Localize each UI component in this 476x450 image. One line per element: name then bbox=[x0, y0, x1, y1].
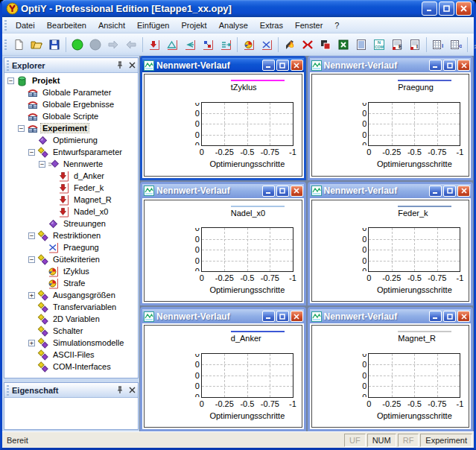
maximize-button[interactable] bbox=[443, 311, 456, 322]
collapse-expander[interactable]: − bbox=[28, 149, 35, 156]
tree-item-simulationsmodelle[interactable]: +Simulationsmodelle bbox=[4, 337, 138, 349]
maximize-button[interactable] bbox=[443, 186, 456, 197]
tree-item-magnet-r[interactable]: Magnet_R bbox=[4, 194, 138, 206]
insert-ausgangsgroesse-button[interactable] bbox=[217, 36, 235, 53]
insert-guetekriterium-button[interactable] bbox=[240, 36, 258, 53]
collapse-expander[interactable]: − bbox=[7, 77, 14, 84]
start-button[interactable] bbox=[69, 36, 86, 53]
close-button[interactable] bbox=[291, 60, 303, 71]
child-titlebar[interactable]: Nennwert-Verlauf bbox=[310, 309, 472, 323]
tree-item-nadel-x0[interactable]: Nadel_x0 bbox=[4, 206, 138, 218]
close-button[interactable] bbox=[457, 311, 470, 322]
close-button[interactable] bbox=[457, 60, 470, 71]
tree-item-praegung[interactable]: Praegung bbox=[4, 241, 138, 253]
menu-item-projekt[interactable]: Projekt bbox=[175, 19, 212, 32]
menu-item-ansicht[interactable]: Ansicht bbox=[92, 19, 131, 32]
e-document-button[interactable]: E bbox=[388, 36, 406, 53]
minimize-button[interactable] bbox=[429, 60, 442, 71]
child-titlebar[interactable]: Nennwert-Verlauf bbox=[310, 58, 472, 72]
maximize-button[interactable] bbox=[439, 1, 454, 16]
save-button[interactable] bbox=[45, 36, 63, 53]
insert-restriktion-button[interactable] bbox=[258, 36, 276, 53]
insert-2d-variable-button[interactable] bbox=[199, 36, 217, 53]
tree-item-streuungen[interactable]: Streuungen bbox=[4, 218, 138, 229]
expand-expander[interactable]: + bbox=[28, 292, 35, 299]
tree-item-com-interfaces[interactable]: COM-Interfaces bbox=[4, 361, 138, 373]
new-document-button[interactable] bbox=[10, 36, 28, 53]
child-titlebar[interactable]: Nennwert-Verlauf bbox=[310, 184, 472, 198]
tree-item-feder-k[interactable]: Feder_k bbox=[4, 182, 138, 194]
minimize-button[interactable] bbox=[422, 1, 437, 16]
insert-streuung-button[interactable] bbox=[163, 36, 181, 53]
i-document-button[interactable]: I bbox=[406, 36, 424, 53]
tree-label: tZyklus bbox=[62, 267, 91, 276]
menu-item-fenster[interactable]: Fenster bbox=[289, 19, 329, 32]
tree-item-ascii-files[interactable]: ASCII-Files bbox=[4, 349, 138, 361]
tree-item-globale-parameter[interactable]: Globale Parameter bbox=[4, 86, 138, 98]
open-folder-button[interactable] bbox=[28, 36, 45, 53]
eigenschaft-grip[interactable] bbox=[7, 385, 9, 396]
menu-item-extras[interactable]: Extras bbox=[254, 19, 289, 32]
maximize-button[interactable] bbox=[443, 60, 456, 71]
menu-item-analyse[interactable]: Analyse bbox=[213, 19, 254, 32]
table-input-button[interactable]: I bbox=[429, 36, 447, 53]
tree-item-strafe[interactable]: Strafe bbox=[4, 277, 138, 289]
collapse-expander[interactable]: − bbox=[28, 232, 35, 239]
titlebar[interactable]: OptiY - Professional Edition [Etappe1_xx… bbox=[2, 0, 474, 17]
menubar-grip[interactable] bbox=[4, 20, 7, 31]
tree-item-transfervariablen[interactable]: Transfervariablen bbox=[4, 301, 138, 313]
abort-red-x-button[interactable] bbox=[299, 36, 317, 53]
minimize-button[interactable] bbox=[429, 311, 442, 322]
copy-squares-button[interactable] bbox=[317, 36, 334, 53]
close-icon[interactable] bbox=[126, 384, 138, 396]
close-button[interactable] bbox=[291, 311, 303, 322]
tree-item-globale-ergebnisse[interactable]: Globale Ergebnisse bbox=[4, 98, 138, 110]
pin-icon[interactable] bbox=[114, 60, 126, 71]
close-icon[interactable] bbox=[126, 60, 138, 71]
minimize-button[interactable] bbox=[262, 186, 275, 197]
minimize-button[interactable] bbox=[262, 311, 275, 322]
tree-item-tzyklus[interactable]: tZyklus bbox=[4, 265, 138, 277]
close-button[interactable] bbox=[291, 186, 303, 197]
tree-item-ausgangsgr-en[interactable]: +Ausgangsgrößen bbox=[4, 289, 138, 301]
tree-item-projekt[interactable]: −Projekt bbox=[4, 75, 138, 86]
table-output-button[interactable]: o bbox=[447, 36, 465, 53]
minimize-button[interactable] bbox=[429, 186, 442, 197]
maximize-button[interactable] bbox=[276, 60, 289, 71]
close-button[interactable] bbox=[456, 1, 472, 16]
tree-item-d-anker[interactable]: d_Anker bbox=[4, 170, 138, 182]
child-titlebar[interactable]: Nennwert-Verlauf bbox=[142, 58, 304, 72]
menu-item--[interactable]: ? bbox=[329, 19, 345, 32]
tree-item-g-tekriterien[interactable]: −Gütekriterien bbox=[4, 253, 138, 265]
menu-item-datei[interactable]: Datei bbox=[10, 19, 41, 32]
report-document-button[interactable] bbox=[352, 36, 370, 53]
tree-item-experiment[interactable]: −Experiment bbox=[4, 122, 138, 134]
collapse-expander[interactable]: − bbox=[39, 161, 45, 168]
tree-item-nennwerte[interactable]: −Nennwerte bbox=[4, 158, 138, 170]
insert-transfervariable-button[interactable] bbox=[181, 36, 199, 53]
minimize-button[interactable] bbox=[262, 60, 275, 71]
close-button[interactable] bbox=[457, 186, 470, 197]
tree-item-schalter[interactable]: Schalter bbox=[4, 325, 138, 337]
simulation-flame-button[interactable] bbox=[281, 36, 299, 53]
ncom-button[interactable]: NCOM bbox=[370, 36, 388, 53]
toolbar-grip[interactable] bbox=[4, 39, 7, 50]
collapse-expander[interactable]: − bbox=[28, 256, 35, 263]
maximize-button[interactable] bbox=[276, 311, 289, 322]
menu-item-bearbeiten[interactable]: Bearbeiten bbox=[41, 19, 92, 32]
child-titlebar[interactable]: Nennwert-Verlauf bbox=[142, 184, 304, 198]
explorer-grip[interactable] bbox=[7, 60, 9, 71]
child-titlebar[interactable]: Nennwert-Verlauf bbox=[142, 309, 304, 323]
collapse-expander[interactable]: − bbox=[18, 125, 25, 132]
tree-item-optimierung[interactable]: Optimierung bbox=[4, 134, 138, 146]
insert-nennwert-button[interactable] bbox=[145, 36, 163, 53]
menu-item-einf-gen[interactable]: Einfügen bbox=[131, 19, 175, 32]
tree-item-entwurfsparameter[interactable]: −Entwurfsparameter bbox=[4, 146, 138, 158]
tree-item-globale-scripte[interactable]: Globale Scripte bbox=[4, 110, 138, 122]
maximize-button[interactable] bbox=[276, 186, 289, 197]
expand-expander[interactable]: + bbox=[28, 340, 35, 346]
pin-icon[interactable] bbox=[114, 384, 126, 396]
excel-export-button[interactable] bbox=[334, 36, 352, 53]
tree-item-restriktionen[interactable]: −Restriktionen bbox=[4, 229, 138, 241]
tree-item-2d-variablen[interactable]: 2D Variablen bbox=[4, 313, 138, 325]
